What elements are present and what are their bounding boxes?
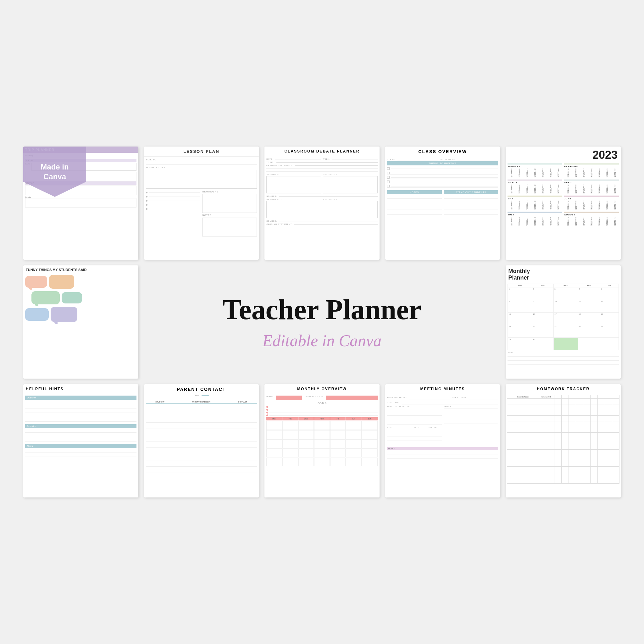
opening-label: OPENING STATEMENT: [266,164,293,166]
notes-label: NOTES [444,406,498,408]
evidence1-box [323,176,378,193]
cal-cell [362,421,378,430]
table-row [507,467,619,472]
funny-header: FUNNY THINGS MY STUDENTS SAID [23,265,138,273]
col-wed: WED [554,284,578,287]
monthly-planner-body: MON TUE WED THU FRI 12345891011121516171… [506,282,621,366]
col-tue: TUE [532,284,554,287]
notes-box [444,408,498,424]
cal-cell [282,421,298,430]
meeting-minutes-card: MEETING MINUTES MEETING ABOUT: START DAT… [385,384,500,497]
cal-cell [266,430,282,439]
table-row [146,467,257,473]
meeting-body: MEETING ABOUT: START DATE: DUE DATE: TOP… [385,394,500,465]
closing-label: CLOSING STATEMENT: [266,223,292,225]
cal-day-label: TUE [282,417,298,420]
cal-cell [298,448,314,457]
cal-cell [346,421,362,430]
table-row [146,410,257,416]
cal-cell [298,439,314,448]
evidence2-label: EVIDENCE 2 [323,198,378,200]
trip-planner-card: Made inCanva TRIP PLANNER Returning DAY … [23,147,138,260]
class-overview-card: CLASS OVERVIEW CLASS: OBJECTIVES: THINGS… [385,147,500,260]
cal-cell [282,439,298,448]
cal-cell [346,439,362,448]
cal-cell [266,439,282,448]
reminders-label: REMINDERS [202,191,257,193]
class-label: Class: [194,394,200,397]
topic-label: TOPIC TO DISCUSS [387,406,442,408]
cal-day-label: WED [298,417,314,420]
lesson-body: SUBJECT: TODAY'S TOPIC [144,157,259,240]
monthly-overview-card: MONTHLY OVERVIEW MONTH THIS MONTH FOCUS … [264,384,380,497]
parent-contact-body: STUDENT PARENT/GUARDIAN CONTACT [144,398,259,475]
table-row [146,454,257,460]
cal-day-label: MON [266,417,282,420]
deadline-header: DEADLINE [429,426,441,428]
notes2-bar: NOTES [387,447,498,450]
homework-body: Student's Name Homework N° [506,394,621,485]
calendar-month: JUNESMTWTFS12345678910111213141516171819… [564,196,619,210]
cal-cell [362,458,378,466]
table-row [507,461,619,467]
table-row [507,421,619,427]
col-thu: THU [578,284,600,287]
meeting-header: MEETING MINUTES [385,384,500,394]
overview-bar: Overview [25,396,136,400]
bubble-blue [25,308,49,321]
table-row [507,472,619,478]
funny-things-card: FUNNY THINGS MY STUDENTS SAID [23,265,138,379]
evidence2-box [323,201,378,218]
cal-cell [330,430,346,439]
start-label: START DATE: [452,397,468,398]
made-in-canva-text: Made inCanva [41,162,69,181]
cal-cell [266,421,282,430]
arg2-box [266,201,321,218]
table-row [507,438,619,444]
monthly-cal-grid [266,421,378,466]
lesson-header: LESSON PLAN [144,147,259,157]
table-row [507,427,619,433]
cal-cell [362,430,378,439]
calendar-month: JULYSMTWTFS12345678910111213141516171819… [508,212,562,226]
col-guardian: PARENT/GUARDIAN [174,400,228,404]
todo-header: TO DO [387,426,413,428]
week-label: WEEK: [323,158,330,160]
cal-day-label: FRI [330,417,346,420]
calendar-month: JANUARYSMTWTFS12345678910111213141516171… [508,164,562,178]
debate-body: DATE: WEEK: TOPIC: OPENING STATEMENT: [264,156,380,228]
topic-label: TOPIC: [266,161,275,163]
cal-cell [346,448,362,457]
homework-header: HOMEWORK TRACKER [506,384,621,394]
table-row: 89101112 [508,300,619,313]
cal-cell [298,421,314,430]
topic-box [146,170,257,189]
table-row: 293031 [508,338,619,350]
debate-planner-card: CLASSROOM DEBATE PLANNER DATE: WEEK: TOP… [264,147,380,260]
cal-cell [314,439,330,448]
cal-cell [298,430,314,439]
calendar-month: MAYSMTWTFS123456789101112131415161718192… [508,196,562,210]
table-row [146,435,257,441]
homework-tracker-card: HOMEWORK TRACKER Student's Name Homework… [506,384,621,497]
cal-cell [298,458,314,466]
date-label: DATE: [266,158,273,160]
calendar-month: MARCHSMTWTFS1234567891011121314151617181… [508,180,562,194]
notes-box [202,218,257,236]
table-row [507,433,619,438]
cal-cell [282,458,298,466]
reminders-box [202,194,257,213]
cal-cell [282,448,298,457]
calendar-grid: JANUARYSMTWTFS12345678910111213141516171… [506,162,621,228]
hints-body: Overview Behavior Notes [23,394,138,461]
cal-cell [314,430,330,439]
class-overview-header: CLASS OVERVIEW [385,147,500,157]
table-row [146,429,257,435]
calendar-month: FEBRUARYSMTWTFS1234567891011121314151617… [564,164,619,178]
class-label: CLASS: [387,158,396,160]
table-row [146,416,257,423]
monthly-overview-body: MONTH THIS MONTH FOCUS GOALS MONTUEWEDTH… [264,394,380,468]
cal-cell [330,458,346,466]
standout-bar: STAND OUT STUDENTS [444,190,498,194]
calendar-year: 2023 [506,147,621,162]
